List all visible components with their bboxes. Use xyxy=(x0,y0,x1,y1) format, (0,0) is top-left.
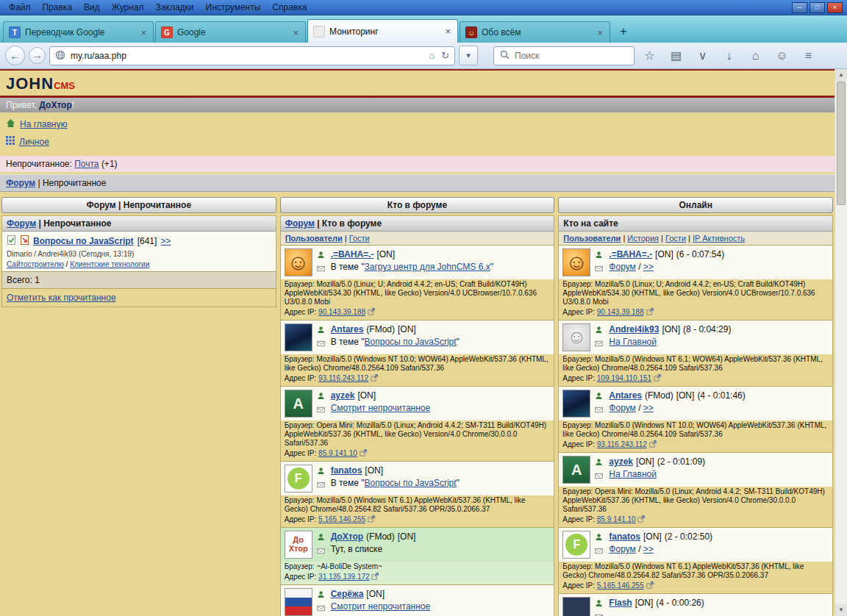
mail-link[interactable]: Почта xyxy=(74,159,99,169)
mark-read-link[interactable]: Отметить как прочитанное xyxy=(7,293,116,303)
user-name-link[interactable]: fanatos xyxy=(609,531,640,542)
chat-icon[interactable]: ☺ xyxy=(771,46,793,66)
private-message-icon[interactable] xyxy=(317,547,326,556)
user-profile-icon[interactable] xyxy=(317,251,326,259)
scrollbar-track[interactable] xyxy=(835,206,847,604)
scroll-down-button[interactable]: ▼ xyxy=(835,604,847,616)
menu-hamburger-icon[interactable]: ≡ xyxy=(797,46,820,66)
external-link-icon[interactable] xyxy=(646,581,654,589)
forward-button[interactable]: → xyxy=(29,47,46,64)
ip-address-link[interactable]: 5.165.146.255 xyxy=(597,581,644,590)
user-action-link[interactable]: Смотрит непрочитанное xyxy=(331,403,431,413)
user-profile-icon[interactable] xyxy=(595,251,604,259)
new-tab-button[interactable]: + xyxy=(614,23,633,40)
private-message-icon[interactable] xyxy=(317,604,326,613)
scroll-up-button[interactable]: ▲ xyxy=(835,69,847,81)
user-profile-icon[interactable] xyxy=(317,326,326,334)
personal-link[interactable]: Личное xyxy=(19,137,49,147)
user-action-link[interactable]: Загруз центр для JohnCMS 6.x xyxy=(365,262,490,272)
user-action-link[interactable]: Вопросы по JavaScript xyxy=(365,337,457,347)
user-action-link[interactable]: >> xyxy=(643,262,654,272)
user-profile-icon[interactable] xyxy=(317,392,326,401)
menu-item[interactable]: Закладки xyxy=(150,1,200,14)
user-name-link[interactable]: ayzek xyxy=(331,390,355,401)
tab-close-icon[interactable]: × xyxy=(139,28,148,37)
pocket-icon[interactable]: ∨ xyxy=(691,46,714,66)
external-link-icon[interactable] xyxy=(368,308,375,315)
user-action-link[interactable]: >> xyxy=(643,544,654,554)
ip-address-link[interactable]: 85.9.141.10 xyxy=(597,515,636,523)
user-name-link[interactable]: Серёжа xyxy=(331,589,364,599)
search-input[interactable] xyxy=(515,51,629,61)
ip-address-link[interactable]: 93.116.243.112 xyxy=(597,440,647,448)
minimize-button[interactable]: ─ xyxy=(792,2,807,13)
maximize-button[interactable]: □ xyxy=(810,2,825,13)
user-profile-icon[interactable] xyxy=(595,326,604,334)
filter-tab[interactable]: История xyxy=(627,234,659,243)
user-action-link[interactable]: >> xyxy=(643,403,654,413)
topic-last-page-link[interactable]: >> xyxy=(160,236,171,246)
browser-tab[interactable]: ТПереводчик Google× xyxy=(3,21,154,43)
menu-item[interactable]: Правка xyxy=(37,1,79,14)
private-message-icon[interactable] xyxy=(595,340,604,348)
home-link[interactable]: На главную xyxy=(20,119,67,129)
external-link-icon[interactable] xyxy=(360,449,367,456)
page-scrollbar[interactable]: ▲ ▼ xyxy=(835,69,847,616)
private-message-icon[interactable] xyxy=(595,406,604,415)
close-window-button[interactable]: × xyxy=(827,2,843,13)
private-message-icon[interactable] xyxy=(317,265,326,273)
browser-tab[interactable]: ☺Обо всём× xyxy=(460,21,610,43)
bookmark-star-icon[interactable]: ☆ xyxy=(638,46,661,66)
user-name-link[interactable]: Flash xyxy=(609,598,632,608)
menu-item[interactable]: Файл xyxy=(3,1,37,14)
private-message-icon[interactable] xyxy=(317,481,326,490)
private-message-icon[interactable] xyxy=(317,340,326,348)
user-profile-icon[interactable] xyxy=(317,590,326,599)
user-action-link[interactable]: Смотрит непрочитанное xyxy=(331,601,431,612)
menu-item[interactable]: Вид xyxy=(78,1,106,14)
ip-address-link[interactable]: 90.143.39.188 xyxy=(318,308,365,316)
ip-address-link[interactable]: 90.143.39.188 xyxy=(597,308,644,316)
search-bar[interactable] xyxy=(493,46,635,65)
browser-tab[interactable]: Мониторинг× xyxy=(307,19,458,43)
user-profile-icon[interactable] xyxy=(595,458,604,467)
private-message-icon[interactable] xyxy=(595,265,604,273)
user-action-link[interactable]: Форум xyxy=(609,544,635,554)
user-action-link[interactable]: Форум xyxy=(609,403,635,413)
user-name-link[interactable]: ДоХтор xyxy=(331,531,363,542)
user-name-link[interactable]: ayzek xyxy=(609,456,633,467)
site-identity-globe-icon[interactable] xyxy=(54,50,67,62)
filter-tab[interactable]: Пользователи xyxy=(563,234,621,243)
user-action-link[interactable]: Форум xyxy=(609,262,635,272)
back-button[interactable]: ← xyxy=(5,46,25,65)
page-actions-dropdown-button[interactable]: ▾ xyxy=(459,46,478,65)
menu-item[interactable]: Справка xyxy=(266,1,312,14)
downloads-icon[interactable]: ↓ xyxy=(718,46,740,66)
private-message-icon[interactable] xyxy=(595,472,604,481)
user-name-link[interactable]: Andrei4ik93 xyxy=(609,324,659,334)
bookmarks-menu-icon[interactable]: ▤ xyxy=(665,46,687,66)
user-name-link[interactable]: fanatos xyxy=(331,465,362,476)
menu-item[interactable]: Журнал xyxy=(106,1,150,14)
scrollbar-thumb[interactable] xyxy=(837,82,846,205)
user-name-link[interactable]: .=ВАНА=.- xyxy=(331,249,374,259)
user-name-link[interactable]: Antares xyxy=(331,324,364,334)
external-link-icon[interactable] xyxy=(368,515,375,523)
user-name-link[interactable]: Antares xyxy=(609,390,642,401)
topic-subcategory-link[interactable]: Клиентские технологии xyxy=(70,260,149,268)
filter-tab[interactable]: Гости xyxy=(349,234,370,243)
user-action-link[interactable]: На Главной xyxy=(609,469,657,479)
external-link-icon[interactable] xyxy=(646,308,654,315)
tab-close-icon[interactable]: × xyxy=(443,26,452,36)
forum-link[interactable]: Форум xyxy=(285,218,315,229)
private-message-icon[interactable] xyxy=(317,406,326,415)
user-action-link[interactable]: На Главной xyxy=(609,337,657,347)
url-bar[interactable]: ⌂ ↻ xyxy=(49,46,455,65)
home-button-icon[interactable]: ⌂ xyxy=(744,46,767,66)
tab-close-icon[interactable]: × xyxy=(596,28,604,37)
user-action-link[interactable]: Вопросы по JavaScript xyxy=(365,478,457,488)
tab-close-icon[interactable]: × xyxy=(291,28,300,37)
filter-tab[interactable]: Гости xyxy=(665,234,686,243)
user-name-link[interactable]: .=ВАНА=.- xyxy=(609,249,652,259)
ip-address-link[interactable]: 5.165.146.255 xyxy=(318,515,365,523)
